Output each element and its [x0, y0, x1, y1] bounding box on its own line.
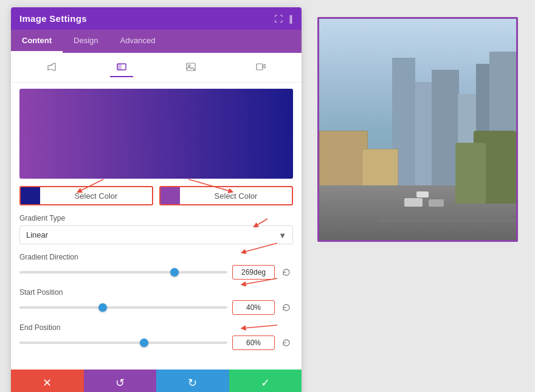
gradient-direction-controls — [19, 265, 293, 280]
svg-rect-1 — [117, 64, 122, 70]
gradient-preview — [19, 89, 293, 179]
color-swatch-1 — [21, 187, 40, 204]
icon-btn-video[interactable] — [249, 58, 272, 77]
tab-advanced[interactable]: Advanced — [109, 30, 167, 53]
start-position-track[interactable] — [19, 306, 227, 309]
end-position-label: End Position — [19, 323, 293, 332]
color-selectors: Select Color Select Color — [19, 186, 293, 205]
redo-icon: ↻ — [188, 376, 197, 390]
undo-icon: ↺ — [116, 376, 125, 390]
start-position-controls — [19, 300, 293, 315]
image-settings-panel: Image Settings ⛶ ‖ Content Design Advanc… — [11, 7, 302, 392]
start-position-input[interactable] — [232, 300, 275, 315]
expand-icon[interactable]: ⛶ — [274, 14, 283, 24]
end-position-controls — [19, 335, 293, 350]
color-select-label-1: Select Color — [40, 191, 152, 201]
columns-icon[interactable]: ‖ — [289, 14, 293, 24]
tab-content[interactable]: Content — [11, 30, 63, 53]
action-bar: ✕ ↺ ↻ ✓ — [11, 370, 302, 392]
gradient-type-select-wrapper: Linear Radial ▼ — [19, 225, 293, 244]
panel-tabs: Content Design Advanced — [11, 30, 302, 53]
color-swatch-2 — [160, 187, 180, 204]
color-select-box-2[interactable]: Select Color — [159, 186, 293, 205]
start-position-label: Start Position — [19, 288, 293, 297]
cancel-icon: ✕ — [43, 376, 52, 390]
end-position-input[interactable] — [232, 335, 275, 350]
redo-button[interactable]: ↻ — [156, 370, 229, 392]
icon-btn-image[interactable] — [179, 58, 202, 77]
start-position-thumb[interactable] — [98, 303, 107, 312]
icon-btn-paint[interactable] — [40, 58, 63, 77]
confirm-button[interactable]: ✓ — [229, 370, 302, 392]
gradient-type-label: Gradient Type — [19, 214, 293, 222]
start-position-reset[interactable] — [280, 301, 293, 314]
gradient-type-group: Gradient Type Linear Radial ▼ — [19, 214, 293, 244]
preview-image — [319, 19, 516, 240]
panel-header: Image Settings ⛶ ‖ — [11, 7, 302, 30]
svg-rect-4 — [257, 64, 263, 70]
gradient-direction-input[interactable] — [232, 265, 275, 280]
svg-point-3 — [188, 65, 190, 67]
end-position-reset[interactable] — [280, 336, 293, 349]
tab-design[interactable]: Design — [63, 30, 109, 53]
cancel-button[interactable]: ✕ — [11, 370, 84, 392]
end-position-row: End Position — [19, 323, 293, 350]
color-select-label-2: Select Color — [180, 191, 292, 201]
icon-btn-overlay[interactable] — [110, 58, 133, 77]
confirm-icon: ✓ — [261, 376, 270, 390]
undo-button[interactable]: ↺ — [84, 370, 157, 392]
gradient-direction-track[interactable] — [19, 271, 227, 273]
panel-body: Select Color Select Color Gradient Type … — [11, 89, 302, 367]
gradient-direction-thumb[interactable] — [170, 268, 179, 277]
start-position-row: Start Position — [19, 288, 293, 315]
gradient-direction-label: Gradient Direction — [19, 253, 293, 261]
gradient-direction-reset[interactable] — [280, 266, 293, 279]
panel-scroll-area: Select Color Select Color Gradient Type … — [11, 53, 302, 367]
panel-header-icons: ⛶ ‖ — [274, 14, 293, 24]
preview-image-container — [317, 17, 518, 242]
color-select-box-1[interactable]: Select Color — [19, 186, 153, 205]
end-position-thumb[interactable] — [140, 339, 148, 347]
end-position-track[interactable] — [19, 342, 227, 344]
gradient-direction-row: Gradient Direction — [19, 253, 293, 280]
gradient-type-select[interactable]: Linear Radial — [20, 226, 292, 244]
panel-title: Image Settings — [19, 13, 87, 24]
panel-icons-row — [11, 53, 302, 83]
